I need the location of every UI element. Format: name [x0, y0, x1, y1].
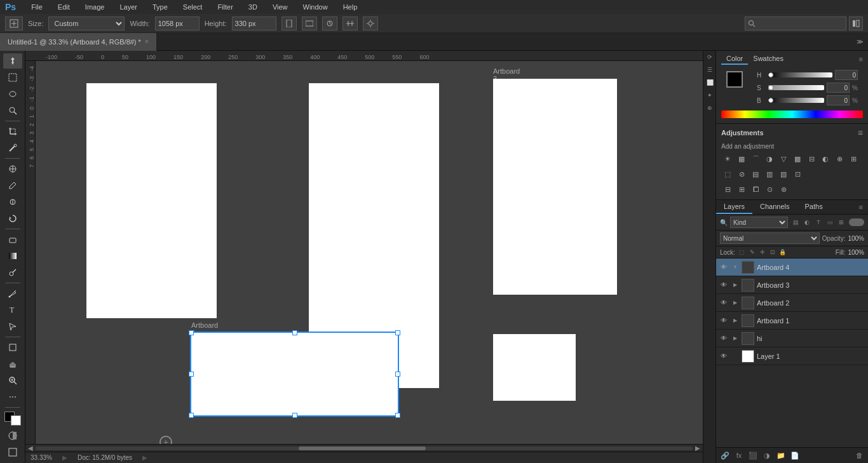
more-icon[interactable]: ⊕ — [703, 102, 716, 114]
clone-stamp-tool[interactable] — [3, 194, 22, 210]
s-value-input[interactable] — [827, 83, 850, 93]
match-color-icon[interactable]: ⊙ — [763, 183, 776, 196]
pen-tool[interactable] — [3, 286, 22, 301]
visibility-hi[interactable]: 👁 — [719, 333, 729, 344]
properties-icon[interactable]: ☰ — [703, 64, 716, 76]
b-slider-track[interactable] — [768, 98, 824, 103]
visibility-artboard1[interactable]: 👁 — [719, 316, 729, 326]
new-layer-btn[interactable]: 📄 — [789, 450, 801, 461]
layers-panel-menu[interactable]: ≡ — [854, 201, 868, 213]
menu-window[interactable]: Window — [301, 2, 330, 12]
brightness-contrast-icon[interactable]: ☀ — [721, 152, 734, 165]
landscape-icon-btn[interactable] — [302, 17, 317, 30]
lasso-tool[interactable] — [3, 86, 22, 102]
search-bar[interactable] — [745, 17, 846, 30]
scroll-thumb[interactable] — [299, 446, 426, 450]
selective-color-icon[interactable]: ⊡ — [791, 168, 804, 180]
b-value-input[interactable] — [827, 95, 850, 105]
new-group-btn[interactable]: 📁 — [775, 450, 787, 461]
menu-view[interactable]: View — [270, 2, 290, 12]
menu-layer[interactable]: Layer — [117, 2, 140, 12]
visibility-artboard2[interactable]: 👁 — [719, 298, 729, 308]
replace-color-icon[interactable]: ⊛ — [777, 183, 790, 196]
add-artboard-left-btn[interactable]: + — [159, 436, 172, 444]
menu-select[interactable]: Select — [180, 2, 205, 12]
visibility-artboard4[interactable]: 👁 — [719, 262, 729, 272]
color-spectrum[interactable] — [721, 111, 863, 118]
shadow-highlight-icon[interactable]: ⊟ — [721, 183, 734, 196]
lock-position-icon[interactable]: ✛ — [758, 248, 767, 257]
panel-toggle-btn[interactable] — [849, 17, 863, 30]
b-slider-thumb[interactable] — [768, 98, 773, 103]
color-balance-icon[interactable]: ⊟ — [805, 152, 818, 165]
menu-help[interactable]: Help — [341, 2, 360, 12]
move-tool[interactable] — [3, 53, 22, 69]
artboard4-canvas[interactable] — [191, 333, 398, 415]
tool-options-icon[interactable] — [5, 17, 23, 30]
delete-layer-btn[interactable]: 🗑 — [853, 450, 865, 461]
levels-icon[interactable]: ▦ — [735, 152, 748, 165]
size-select[interactable]: Custom — [48, 17, 125, 30]
filter-smart-icon[interactable]: ⊞ — [836, 217, 846, 227]
background-color[interactable] — [11, 415, 21, 426]
marquee-tool[interactable] — [3, 70, 22, 85]
layer-row-artboard2[interactable]: 👁 ▶ Artboard 2 — [716, 294, 868, 312]
h-slider-thumb[interactable] — [768, 72, 773, 77]
gradient-map-icon[interactable]: ▧ — [777, 168, 790, 180]
handle-tl[interactable] — [189, 330, 194, 335]
document-tab[interactable]: Untitled-1 @ 33.3% (Artboard 4, RGB/8#) … — [0, 33, 157, 51]
s-slider-track[interactable] — [768, 85, 824, 90]
new-adjustment-layer-btn[interactable]: ◑ — [761, 450, 773, 461]
link-layers-btn[interactable]: 🔗 — [719, 450, 731, 461]
handle-br[interactable] — [395, 413, 400, 418]
handle-bc[interactable] — [292, 413, 297, 418]
color-lookup-icon[interactable]: ⬚ — [721, 168, 734, 180]
expand-artboard1[interactable]: ▶ — [731, 317, 739, 325]
filter-adjustment-icon[interactable]: ◐ — [802, 217, 812, 227]
zoom-tool[interactable] — [3, 373, 22, 388]
h-value-input[interactable] — [835, 70, 858, 80]
lock-all-icon[interactable]: 🔒 — [778, 248, 787, 257]
color-panel-menu[interactable]: ≡ — [859, 55, 863, 63]
lock-image-icon[interactable]: ✎ — [748, 248, 757, 257]
tab-paths[interactable]: Paths — [797, 200, 831, 214]
brush-tool[interactable] — [3, 178, 22, 193]
scroll-track[interactable] — [36, 446, 693, 450]
layer-row-layer1[interactable]: 👁 Layer 1 — [716, 347, 868, 365]
horizontal-scrollbar[interactable]: ◀ ▶ — [25, 444, 703, 452]
visibility-artboard3[interactable]: 👁 — [719, 280, 729, 290]
layer-row-artboard3[interactable]: 👁 ▶ Artboard 3 — [716, 276, 868, 294]
canvas-scroll[interactable]: Artboard 3 Artboard 4 — [36, 61, 703, 444]
hdr-toning-icon[interactable]: ⧠ — [749, 183, 762, 196]
filter-type-icon[interactable]: T — [813, 217, 824, 227]
shape-tool[interactable] — [3, 340, 22, 355]
tab-close-btn[interactable]: × — [145, 38, 149, 45]
artboard3-canvas[interactable] — [493, 79, 617, 295]
filter-toggle[interactable] — [849, 218, 864, 226]
lock-transparent-icon[interactable]: ⬚ — [738, 248, 747, 257]
library-icon[interactable]: ⬜ — [703, 76, 716, 89]
extras-tool[interactable]: ⋯ — [3, 389, 22, 405]
photo-filter-icon[interactable]: ⊕ — [833, 152, 846, 165]
lock-artboard-icon[interactable]: ⊡ — [768, 248, 777, 257]
menu-file[interactable]: File — [29, 2, 45, 12]
adjustments-panel-menu[interactable]: ≡ — [858, 128, 863, 138]
expand-artboard2[interactable]: ▶ — [731, 299, 739, 307]
s-slider-thumb[interactable] — [768, 85, 773, 90]
layer-row-artboard1[interactable]: 👁 ▶ Artboard 1 — [716, 312, 868, 330]
expand-artboard4[interactable]: ▼ — [731, 264, 739, 271]
reorder-icon-btn[interactable] — [322, 17, 337, 30]
invert-icon[interactable]: ⊘ — [735, 168, 748, 180]
filter-shape-icon[interactable]: ▭ — [825, 217, 835, 227]
variations-icon[interactable]: ⊞ — [735, 183, 748, 196]
height-input[interactable] — [232, 17, 276, 30]
color-tab[interactable]: Color — [721, 53, 748, 65]
path-selection-tool[interactable] — [3, 319, 22, 334]
tools2-icon[interactable]: ✦ — [703, 89, 716, 102]
expand-artboard3[interactable]: ▶ — [731, 281, 739, 289]
settings-icon-btn[interactable] — [363, 17, 378, 30]
filter-pixel-icon[interactable]: ▤ — [790, 217, 801, 227]
menu-filter[interactable]: Filter — [215, 2, 235, 12]
screen-mode-btn[interactable] — [3, 445, 22, 460]
width-input[interactable] — [155, 17, 200, 30]
